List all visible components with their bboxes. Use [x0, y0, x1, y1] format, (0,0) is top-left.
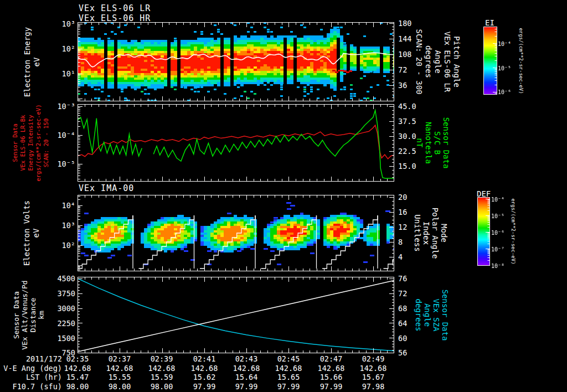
table-time-value: 02:45	[270, 354, 307, 363]
colorbar2-tick-label: 10⁻⁶	[491, 229, 510, 238]
orbit-lines-right-tick-label: 60	[398, 334, 426, 343]
table-row-label: V-E Ang (deg)	[0, 364, 62, 373]
panel3-title: VEx IMA-00	[79, 183, 134, 193]
table-cell-value: 98.00	[59, 382, 96, 391]
colorbar1-tick-label: 10⁻⁶	[498, 88, 517, 97]
orbit-lines-left-tick-label: 1500	[51, 334, 75, 343]
ima-spectrogram-left-tick-label: 10³	[51, 221, 75, 230]
table-time-value: 02:37	[101, 354, 138, 363]
table-cell-value: 15.66	[313, 373, 349, 381]
table-time-value: 02:41	[186, 354, 223, 363]
altitude-axis-label: Sensor Data VEx Alt/Venus/Pd Distance km	[12, 277, 45, 353]
altitude-sza-line-plot	[78, 277, 394, 353]
table-cell-value: 142.68	[355, 364, 391, 373]
panel1-title-line1: VEx ELS-06 LR	[79, 3, 151, 13]
intensity-b-lines-left-tick-label: 10⁻⁵	[51, 159, 75, 168]
els-bk-intensity-axis-label: Sensor Data VEx ELS-06 LR-Bk Energy Inte…	[11, 104, 50, 182]
els-spectrogram-right-tick-label: 72	[398, 65, 426, 74]
ima-spectrogram-right-tick-label: 12	[398, 223, 426, 231]
table-cell-value: 97.99	[228, 382, 265, 391]
colorbar2-tick-label: 10⁻⁸	[491, 262, 510, 271]
table-cell-value: 15.55	[101, 373, 138, 381]
table-cell-value: 97.98	[355, 382, 391, 391]
ima-spectrogram-right-tick-label: 4	[398, 252, 426, 261]
table-cell-value: 142.68	[270, 364, 307, 373]
table-cell-value: 142.68	[143, 364, 180, 373]
table-cell-value: 15.64	[228, 373, 265, 381]
els-spectrogram-plot	[78, 22, 394, 101]
vex-quicklook-plot: VEx ELS-06 LR VEx ELS-06 HR VEx IMA-00 E…	[0, 0, 567, 392]
orbit-lines-left-tick-label: 3750	[51, 289, 75, 298]
intensity-bfield-line-plot	[78, 104, 394, 182]
intensity-b-lines-right-tick-label: 45.0	[398, 102, 426, 111]
orbit-lines-right-tick-label: 64	[398, 319, 426, 328]
table-cell-value: 142.68	[228, 364, 265, 373]
ima-spectrogram-right-tick-label: 20	[398, 193, 426, 202]
ima-energy-axis-label: Electron Volts eV	[22, 195, 41, 271]
ima-spectrogram-plot	[78, 195, 394, 271]
orbit-lines-right-tick-label: 72	[398, 289, 426, 298]
orbit-lines-left-tick-label: 4500	[51, 274, 75, 283]
table-time-value: 02:43	[228, 354, 265, 363]
els-energy-axis-label: Electron Energy eV	[23, 23, 42, 102]
intensity-b-lines-left-tick-label: 10⁻⁴	[51, 131, 75, 140]
colorbar1-tick-label: 10⁻⁵	[498, 64, 517, 73]
orbit-lines-left-tick-label: 3000	[51, 304, 75, 313]
table-cell-value: 97.99	[186, 382, 223, 391]
table-time-value: 02:47	[313, 354, 349, 363]
table-cell-value: 15.47	[59, 373, 96, 381]
orbit-lines-right-tick-label: 76	[398, 274, 426, 283]
intensity-b-lines-right-tick-label: 30.0	[398, 132, 426, 141]
intensity-b-lines-right-tick-label: 37.5	[398, 117, 426, 126]
els-spectrogram-right-tick-label: 144	[398, 34, 426, 43]
intensity-b-lines-right-tick-label: 15.0	[398, 162, 426, 171]
table-cell-value: 97.99	[313, 382, 349, 391]
els-spectrogram-right-tick-label: 36	[398, 81, 426, 90]
els-spectrogram-left-tick-label: 10²	[51, 44, 75, 53]
ima-spectrogram-right-tick-label: 16	[398, 208, 426, 216]
table-cell-value: 15.59	[143, 373, 180, 381]
ima-spectrogram-right-tick-label: 8	[398, 238, 426, 246]
table-cell-value: 142.68	[313, 364, 349, 373]
els-spectrogram-left-tick-label: 10³	[51, 19, 75, 28]
table-cell-value: 98.00	[143, 382, 180, 391]
colorbar2-units-label: ergs/(cm**2-sr-sec-eV)	[511, 194, 516, 269]
table-cell-value: 97.99	[270, 382, 307, 391]
orbit-lines-right-tick-label: 56	[398, 348, 426, 357]
table-cell-value: 15.65	[270, 373, 307, 381]
table-cell-value: 142.68	[186, 364, 223, 373]
table-date-label: 2011/172	[0, 354, 62, 363]
table-row-label: F10.7 (sfu)	[0, 382, 62, 391]
table-cell-value: 15.62	[186, 373, 223, 381]
ima-spectrogram-left-tick-label: 10⁴	[51, 201, 75, 210]
colorbar2-tick-label: 10⁻⁴	[491, 195, 510, 204]
table-cell-value: 142.68	[59, 364, 96, 373]
els-spectrogram-right-tick-label: 108	[398, 50, 426, 59]
colorbar2-tick-label: 10⁻⁷	[491, 245, 510, 254]
colorbar1-units-label: ergs/(cm**2-sr-sec-eV)	[518, 23, 524, 99]
colorbar1-tick-label: 10⁻⁴	[498, 40, 517, 49]
ima-spectrogram-left-tick-label: 10²	[51, 241, 75, 250]
table-cell-value: 98.00	[101, 382, 138, 391]
orbit-lines-left-tick-label: 2250	[51, 319, 75, 328]
table-time-value: 02:49	[355, 354, 391, 363]
table-time-value: 02:35	[59, 354, 96, 363]
intensity-b-lines-right-tick-label: 22.5	[398, 147, 426, 156]
colorbar2-tick-label: 10⁻⁵	[491, 212, 510, 221]
table-cell-value: 142.68	[101, 364, 138, 373]
table-cell-value: 15.67	[355, 373, 391, 381]
table-time-value: 02:39	[143, 354, 180, 363]
colorbar1-title: EI	[485, 18, 494, 27]
els-spectrogram-left-tick-label: 10¹	[51, 69, 75, 78]
colorbar1-gradient	[483, 27, 497, 95]
els-spectrogram-right-tick-label: 180	[398, 19, 426, 28]
orbit-lines-right-tick-label: 68	[398, 304, 426, 313]
table-row-label: LST (hr)	[0, 373, 62, 381]
colorbar2-gradient	[477, 197, 490, 266]
intensity-b-lines-left-tick-label: 10⁻³	[51, 102, 75, 111]
